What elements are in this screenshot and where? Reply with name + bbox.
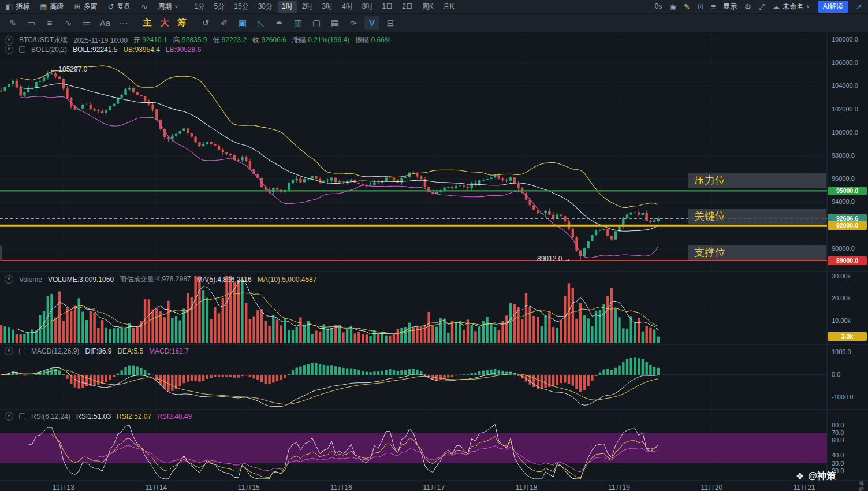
timeframe-1分[interactable]: 1分 xyxy=(190,1,209,13)
quick-button-大[interactable]: 大 xyxy=(156,17,173,28)
collapse-icon[interactable]: ∨ xyxy=(5,275,13,284)
macd-dif-value: DIF:86.9 xyxy=(85,347,111,355)
lines-tool-icon[interactable]: ≡ xyxy=(40,16,59,30)
comment-icon[interactable]: ⊡ xyxy=(698,3,704,10)
list-tool-icon[interactable]: ≔ xyxy=(77,16,96,30)
ai-analysis-button[interactable]: AI解读 xyxy=(818,1,848,13)
timeframe-月K[interactable]: 月K xyxy=(439,1,459,13)
waveform-icon: ∿ xyxy=(141,3,147,10)
box-tool-icon[interactable]: ▢ xyxy=(307,16,326,30)
collapse-icon[interactable]: ∨ xyxy=(5,347,13,355)
chart-style-tool-icon[interactable]: ▥ xyxy=(289,16,307,30)
fullscreen-icon[interactable]: ⤢ xyxy=(759,3,765,10)
rsi-axis-tick: 40.0 xyxy=(832,452,844,459)
timeframe-2时[interactable]: 2时 xyxy=(298,1,317,13)
macd-name[interactable]: MACD(12,26,9) xyxy=(31,347,79,355)
select-tool-icon[interactable]: ▣ xyxy=(233,16,252,30)
timeframe-周K[interactable]: 周K xyxy=(418,1,438,13)
left-edge-handle[interactable] xyxy=(0,246,2,261)
timeframe-15分[interactable]: 15分 xyxy=(230,1,252,13)
delete-tool-icon[interactable]: ⊟ xyxy=(381,16,400,30)
collapse-icon[interactable]: ∨ xyxy=(5,36,13,44)
candle-datetime: 2025-11-19 10:00 xyxy=(73,36,128,44)
layout-dropdown[interactable]: ☁ 未命名 ∨ xyxy=(772,2,810,12)
draw-tool-group: ✎▭≡∿≔Aa⋯ xyxy=(3,16,133,30)
macd-axis-tick: 1000.0 xyxy=(832,348,851,355)
volume-estimate: 预估成交量:4,978.2987 xyxy=(120,274,191,284)
period-dropdown[interactable]: 周期 ∨ xyxy=(158,2,178,12)
corner-label-shrink[interactable]: 缩 xyxy=(859,486,864,491)
boll-header: ∨ BOLL(20,2) BOLL:92241.5 UB:93954.4 LB:… xyxy=(5,45,201,54)
waveform-button[interactable]: ∿ xyxy=(141,3,147,10)
multiwindow-button[interactable]: ⊞ 多窗 xyxy=(74,2,98,12)
list-icon[interactable]: ≡ xyxy=(711,3,716,10)
boll-ub-value: UB:93954.4 xyxy=(123,46,159,54)
text-tool-icon[interactable]: Aa xyxy=(96,16,114,30)
replay-icon: ↺ xyxy=(108,3,114,10)
brush-tool-icon[interactable]: ✑ xyxy=(344,16,363,30)
low-annotation: 89012.0 → xyxy=(537,255,571,263)
date-label: 11月19 xyxy=(606,483,632,491)
quick-button-主[interactable]: 主 xyxy=(139,17,156,28)
boll-mb-value: BOLL:92241.5 xyxy=(73,46,117,54)
replay-tool-icon[interactable]: ↺ xyxy=(196,16,215,30)
timeframe-1时[interactable]: 1时 xyxy=(278,1,297,13)
collapse-icon[interactable]: ∨ xyxy=(5,412,13,421)
share-icon[interactable]: ↗ xyxy=(856,3,862,10)
timeframe-3时[interactable]: 3时 xyxy=(318,1,337,13)
more-tools-icon[interactable]: ⋯ xyxy=(114,16,133,30)
watermark: ❖ @神策 xyxy=(796,470,836,482)
boll-name[interactable]: BOLL(20,2) xyxy=(31,46,67,54)
timeframe-30分[interactable]: 30分 xyxy=(254,1,277,13)
advanced-button[interactable]: ▦ 高级 xyxy=(40,2,64,12)
gear-icon[interactable]: ⚙ xyxy=(744,3,751,10)
pencil-icon[interactable]: ✎ xyxy=(684,3,690,10)
collapse-icon[interactable]: ∨ xyxy=(5,45,13,54)
camera-icon[interactable]: ◉ xyxy=(669,3,676,10)
indicator-icon[interactable] xyxy=(19,46,25,53)
wave-tool-icon[interactable]: ∿ xyxy=(59,16,77,30)
indicator-icon[interactable] xyxy=(19,348,25,354)
price-axis-tick: 100000.0 xyxy=(832,129,858,136)
rsi2-value: RSI2:52.07 xyxy=(117,412,151,421)
indicators-button[interactable]: ◧ 指标 xyxy=(6,2,29,12)
top-toolbar: ◧ 指标 ▦ 高级 ⊞ 多窗 ↺ 复盘 ∿ 周期 ∨ 1分5分15分30分1时2… xyxy=(0,0,868,13)
volume-title[interactable]: Volume xyxy=(19,276,42,284)
timeframe-1日[interactable]: 1日 xyxy=(378,1,397,13)
macd-axis-tick: -1000.0 xyxy=(832,393,853,400)
timeframe-4时[interactable]: 4时 xyxy=(338,1,357,13)
price-axis-tick: 104000.0 xyxy=(832,82,858,89)
quick-button-筹[interactable]: 筹 xyxy=(173,17,191,28)
chevron-down-icon: ∨ xyxy=(806,3,810,9)
timeframe-5分[interactable]: 5分 xyxy=(210,1,229,13)
filter-tool-icon[interactable]: ∇ xyxy=(364,16,379,30)
symbol-name[interactable]: BTC/USDT永续 xyxy=(19,35,68,45)
macd-header: ∨ MACD(12,26,9) DIF:86.9 DEA:5.5 MACD:16… xyxy=(5,347,189,355)
macd-axis-tick: 0.0 xyxy=(832,371,840,378)
pen-tool-icon[interactable]: ✒ xyxy=(270,16,289,30)
drawing-toolbar: ✎▭≡∿≔Aa⋯ 主大筹 ↺✐▣◺✒▥▢▤✑∇⊟ xyxy=(0,14,868,32)
price-badge-band: 92000.0 xyxy=(828,221,867,230)
timeframe-8时[interactable]: 8时 xyxy=(358,1,377,13)
rect-tool-icon[interactable]: ▭ xyxy=(22,16,40,30)
indicator-icon[interactable] xyxy=(19,413,25,419)
rsi-axis-tick: 70.0 xyxy=(832,429,844,436)
change-value: 0.21%(196.4) xyxy=(308,36,349,44)
marker-tool-icon[interactable]: ✐ xyxy=(215,16,233,30)
rsi-name[interactable]: RSI(6,12,24) xyxy=(31,412,70,421)
open-label: 开 xyxy=(133,36,140,44)
close-value: 92606.6 xyxy=(261,36,286,44)
pencil-tool-icon[interactable]: ✎ xyxy=(3,16,22,30)
level-label-support: 支撑位 xyxy=(688,246,826,260)
volume-ma5: MA(5):4,896.2116 xyxy=(197,276,252,284)
watermark-icon: ❖ xyxy=(796,471,804,482)
chart-canvas[interactable] xyxy=(0,33,868,491)
quick-label-group: 主大筹 xyxy=(139,17,191,28)
timeframe-2日[interactable]: 2日 xyxy=(398,1,417,13)
display-button[interactable]: 显示 xyxy=(723,2,737,12)
ruler-tool-icon[interactable]: ◺ xyxy=(252,16,270,30)
template-tool-icon[interactable]: ▤ xyxy=(326,16,344,30)
replay-button[interactable]: ↺ 复盘 xyxy=(108,2,131,12)
change-label: 涨幅 xyxy=(292,36,306,44)
volume-axis-tick: 20.00k xyxy=(832,295,851,302)
